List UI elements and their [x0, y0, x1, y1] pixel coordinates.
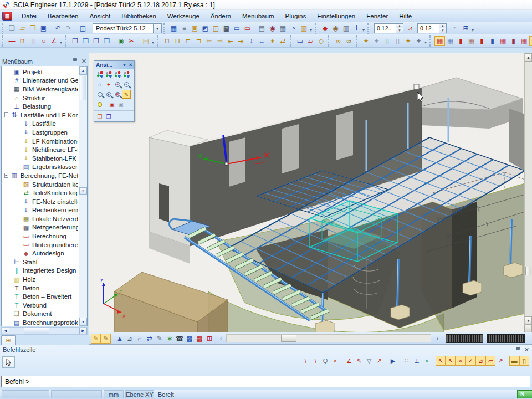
tree-item[interactable]: − ⇓ Rechenkern einstel [2, 206, 78, 215]
docked-bar-1[interactable] [446, 334, 483, 343]
render-window-icon[interactable]: ❐ [104, 112, 113, 121]
angle-icon[interactable]: ∠ [49, 36, 59, 46]
view-axo-icon[interactable] [122, 70, 131, 79]
dot-grid-icon[interactable]: ∷ [402, 356, 412, 366]
detach-node-icon[interactable]: ✦ [371, 36, 382, 46]
viewport-vscrollbar[interactable]: ▲ ▼ [524, 53, 532, 325]
tree-item[interactable]: − T Beton [2, 284, 78, 293]
model-viewport[interactable]: Z Y X Ansi... ▼ ✕ ⌂ + + − ∗ R ✎ ▣ ▣ [89, 53, 532, 345]
scroll-down-icon[interactable]: ▼ [525, 316, 532, 325]
document-icon[interactable]: ▥ [299, 23, 309, 33]
close-icon[interactable]: ✕ [81, 58, 86, 64]
swap-dimension-icon[interactable]: ⇄ [278, 36, 288, 46]
tree-item[interactable]: − ▥ Holz [2, 275, 78, 284]
check-structure-icon[interactable]: ✦ [403, 36, 413, 46]
camera-icon[interactable]: ▣ [116, 100, 125, 109]
measure-icon[interactable]: ▬ [509, 356, 519, 366]
snap-line2-icon[interactable]: \ [310, 356, 320, 366]
snap-extension-icon[interactable]: ↗ [495, 356, 505, 366]
close-icon[interactable]: ✕ [524, 347, 529, 353]
tree-item[interactable]: − ⇓ Nichtlineare LF-Ko [2, 145, 78, 154]
coordinates-icon[interactable]: ◩ [200, 23, 211, 33]
shift-right-icon[interactable]: ⇥ [236, 36, 246, 46]
load-group-icon[interactable]: ▦ [445, 36, 456, 46]
tree-item[interactable]: − ▩ Netzgenerierung [2, 223, 78, 232]
tree-hscrollbar[interactable]: ◀ ▶ [1, 327, 88, 335]
temperature-load-icon[interactable]: ▮ [487, 36, 498, 46]
scroll-up-icon[interactable]: ▲ [79, 66, 87, 75]
disconnect-members-icon[interactable]: ▯ [392, 36, 403, 46]
results-dialog-icon[interactable]: ▭ [242, 23, 253, 33]
tree-item[interactable]: − T Beton – Erweitert [2, 292, 78, 301]
tree-item[interactable]: − ▣ Projekt [2, 68, 78, 76]
find-entity-icon[interactable]: ∞ [333, 36, 344, 46]
viewport-hscrollbar[interactable] [226, 334, 431, 342]
snap-tangent-icon[interactable]: ⊿ [475, 356, 485, 366]
hscrollbar-thumb[interactable] [24, 328, 49, 334]
scia-document-icon[interactable]: ▥ [2, 12, 12, 21]
tree-item[interactable]: − ▩ Lokale Netzverdich [2, 214, 78, 223]
tree-item[interactable]: − T Verbund [2, 301, 78, 310]
spinner-arrows-icon[interactable]: ▲▼ [439, 23, 447, 33]
menu-item[interactable]: Ändern [205, 11, 237, 22]
snap-node-icon[interactable]: ↖ [446, 356, 456, 366]
tree-item[interactable]: − ⇅ Lastfälle und LF-Komb [2, 111, 78, 120]
info-icon[interactable]: I [351, 23, 362, 33]
zoom-window-icon[interactable] [95, 90, 104, 99]
menu-item[interactable]: Datei [16, 11, 42, 22]
scrollbar-notch[interactable]: ≡ [79, 187, 87, 195]
tree-item[interactable]: − ▦ BIM-Werkzeugkasten [2, 85, 78, 94]
libraries-icon[interactable]: ▣ [190, 23, 200, 33]
cursor-select-button[interactable] [2, 356, 15, 368]
layer-current-icon[interactable]: ✎ [101, 334, 111, 344]
scroll-left-icon[interactable]: ◀ [2, 328, 9, 334]
tree-item[interactable]: − ▥ Berechnung, FE-Netz [2, 171, 78, 180]
tree-item[interactable]: − ⇄ Teile/Knoten kopp [2, 188, 78, 197]
print-icon[interactable]: ▤ [257, 23, 267, 33]
tree-item[interactable]: − ⇓ LF-Kombinationen [2, 137, 78, 146]
scroll-left-icon[interactable]: ‹ [217, 334, 225, 343]
view-y-icon[interactable] [104, 70, 113, 79]
snap-endnode-icon[interactable]: × [456, 356, 466, 366]
chevron-down-icon[interactable]: ▼ [122, 63, 126, 68]
select-window-icon[interactable]: ▭ [295, 36, 305, 46]
project-dropdown-value[interactable]: Podest Türk2 5.12 [93, 23, 154, 33]
shift-left-icon[interactable]: ⇤ [225, 36, 236, 46]
refresh-icon[interactable]: ◔ [288, 23, 299, 33]
view-toolbar-palette[interactable]: Ansi... ▼ ✕ ⌂ + + − ∗ R ✎ ▣ ▣ ❐ ❐ [94, 60, 135, 122]
intersection-icon[interactable]: × [422, 356, 432, 366]
workplane-indicator[interactable]: Ebene XY [125, 390, 154, 398]
line-load-icon[interactable]: ▦ [466, 36, 477, 46]
collapse-icon[interactable]: − [4, 173, 8, 178]
mesh-display-icon[interactable]: ▩ [185, 334, 195, 344]
toolbar-overflow-icon[interactable]: ▾ [60, 40, 62, 45]
print-preview-icon[interactable]: ◉ [267, 23, 278, 33]
axis-display-icon[interactable]: ▲ [115, 334, 125, 344]
palette-header[interactable]: Ansi... ▼ ✕ [94, 61, 134, 69]
toolbar-overflow-icon[interactable]: ▾ [362, 28, 365, 33]
elevation-dimension-icon[interactable]: ⊐ [193, 36, 204, 46]
attach-node-icon[interactable]: ✦ [361, 36, 371, 46]
project-dropdown[interactable]: Podest Türk2 5.12 ▼ [93, 23, 162, 33]
zoom-out-icon[interactable]: − [122, 80, 131, 89]
free-load-icon[interactable]: ▦ [519, 36, 529, 46]
fe-mesh-icon[interactable]: ▩ [221, 23, 232, 33]
snap-polygon-icon[interactable]: ▱ [485, 356, 495, 366]
scroll-down-icon[interactable]: ▼ [79, 318, 87, 326]
perpendicular-icon[interactable]: ⊥ [412, 356, 422, 366]
tree-item[interactable]: − ▭ Berechnung [2, 232, 78, 241]
layers-icon[interactable]: ≡ [179, 23, 190, 33]
point-load-icon[interactable]: ▮ [456, 36, 466, 46]
tree-scrollbar[interactable]: ▲ ≡ ▼ [79, 66, 87, 326]
dropdown-arrow-icon[interactable]: ▼ [154, 23, 162, 33]
scrollbar-thumb[interactable] [525, 267, 531, 275]
project-window-icon[interactable]: ◫ [78, 23, 88, 33]
copy-icon[interactable]: ❐ [70, 36, 80, 46]
support-icon[interactable]: ☎ [175, 334, 185, 344]
save-all-icon[interactable]: ❒ [28, 23, 38, 33]
units-indicator[interactable]: mm [104, 390, 124, 398]
load-case-icon[interactable]: ▦ [434, 36, 445, 46]
menu-item[interactable]: Fenster [361, 11, 393, 22]
gallery-icon[interactable]: ▥ [341, 23, 351, 33]
snap-plane-icon[interactable]: ▽ [364, 356, 374, 366]
